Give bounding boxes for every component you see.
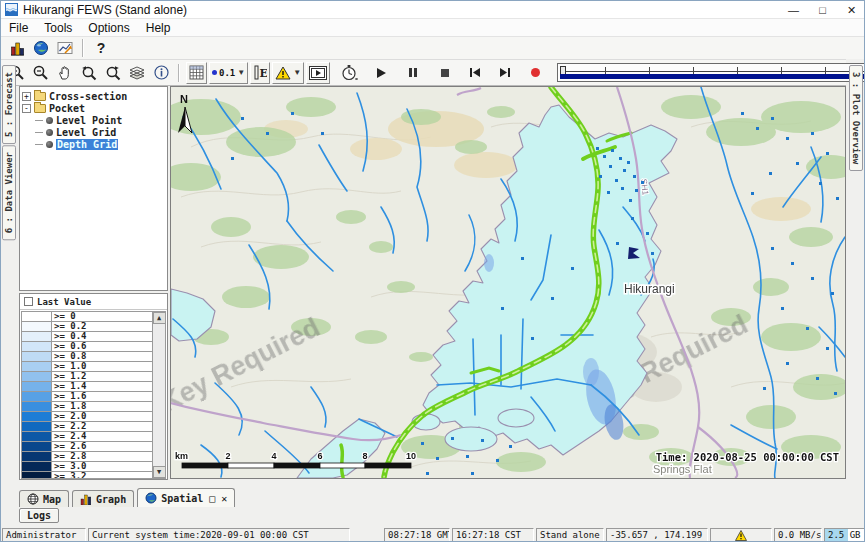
legend-threshold-label: >= 2.4 (52, 432, 89, 441)
legend-color-swatch (22, 362, 52, 371)
threshold-dot-icon (212, 70, 217, 75)
menu-file[interactable]: File (1, 21, 36, 35)
record-icon[interactable] (523, 62, 547, 84)
maximize-button[interactable]: □ (808, 1, 837, 18)
expand-icon[interactable]: + (22, 92, 31, 101)
last-value-label: Last Value (37, 297, 91, 307)
run-to-time-icon[interactable] (337, 62, 361, 84)
tree-item-cross-section[interactable]: + Cross-section (22, 90, 165, 102)
legend-row: >= 1.2 (22, 372, 152, 382)
status-coordinates: -35.657 , 174.199 (606, 528, 708, 542)
animation-icon[interactable] (306, 62, 330, 84)
panel-close-button[interactable]: ✕ (221, 493, 227, 504)
folder-icon (34, 92, 46, 101)
play-icon[interactable] (369, 62, 393, 84)
legend-color-swatch (22, 312, 52, 321)
zoom-next-icon[interactable] (101, 62, 125, 84)
tree-item-depth-grid[interactable]: Depth Grid (22, 138, 165, 150)
app-icon (5, 3, 18, 16)
panel-maximize-button[interactable]: □ (209, 493, 215, 504)
toolbar-separator (82, 39, 84, 57)
tree-item-level-point[interactable]: Level Point (22, 114, 165, 126)
legend-toggle[interactable]: E (250, 62, 270, 84)
minimize-button[interactable]: — (779, 1, 808, 18)
logs-row: Logs (19, 508, 59, 526)
pan-icon[interactable] (53, 62, 77, 84)
zoom-previous-icon[interactable] (77, 62, 101, 84)
menu-options[interactable]: Options (80, 21, 137, 35)
legend-threshold-label: >= 1.0 (52, 362, 89, 371)
road-label: SH1 (639, 178, 651, 196)
warning-icon (735, 530, 747, 541)
status-memory: 2.5 GB (824, 528, 865, 542)
warning-dropdown[interactable]: ▼ (272, 62, 304, 84)
timeseries-icon[interactable] (53, 37, 77, 59)
locality-label: Springs Flat (653, 463, 712, 475)
filter-tree: + Cross-section - Pocket Level Point Lev… (19, 86, 168, 291)
tab-forecast[interactable]: 5 : Forecast (2, 65, 16, 144)
legend-color-swatch (22, 372, 52, 381)
legend-row: >= 0.4 (22, 332, 152, 342)
svg-text:2: 2 (225, 451, 230, 461)
legend-threshold-label: >= 1.4 (52, 382, 89, 391)
tab-plot-overview[interactable]: 3 : Plot Overview (849, 65, 863, 171)
main-toolbar: ? (1, 37, 865, 59)
legend-row: >= 2.2 (22, 422, 152, 432)
svg-text:km: km (175, 451, 188, 461)
map-canvas[interactable]: API Key Required API Key Required (170, 86, 846, 479)
menu-help[interactable]: Help (138, 21, 179, 35)
help-icon[interactable]: ? (89, 37, 113, 59)
legend-row: >= 2.4 (22, 432, 152, 442)
bar-chart-icon (80, 493, 92, 505)
legend-panel: Last Value >= 0 >= 0.2 >= 0.4 (19, 293, 168, 480)
step-forward-icon[interactable] (493, 62, 517, 84)
tree-item-pocket[interactable]: - Pocket (22, 102, 165, 114)
tab-map[interactable]: Map (19, 490, 69, 507)
legend-color-swatch (22, 402, 52, 411)
stop-icon[interactable] (433, 62, 457, 84)
legend-row: >= 2.6 (22, 442, 152, 452)
status-warning-cell[interactable] (710, 528, 772, 542)
tab-graph[interactable]: Graph (72, 490, 134, 507)
menu-bar: File Tools Options Help (1, 19, 865, 37)
time-slider-span-bar (560, 74, 865, 79)
legend-threshold-label: >= 0 (52, 312, 78, 321)
globe-icon (145, 492, 157, 504)
legend-scrollbar[interactable]: ▲ ▼ (152, 312, 165, 478)
legend-row: >= 1.0 (22, 362, 152, 372)
logs-button[interactable]: Logs (19, 508, 59, 523)
legend-color-swatch (22, 342, 52, 351)
tab-data-viewer[interactable]: 6 : Data Viewer (2, 145, 16, 240)
map-time-label: Time: 2020-08-25 00:00:00 CST (656, 451, 839, 463)
scroll-up-icon[interactable]: ▲ (153, 312, 166, 324)
menu-tools[interactable]: Tools (36, 21, 80, 35)
threshold-dropdown[interactable]: 0.1 ▼ (209, 62, 248, 84)
time-slider[interactable] (557, 63, 865, 82)
step-back-icon[interactable] (463, 62, 487, 84)
legend-color-swatch (22, 352, 52, 361)
tab-spatial[interactable]: Spatial □ ✕ (137, 488, 235, 507)
last-value-checkbox[interactable] (24, 297, 33, 306)
layers-icon[interactable] (125, 62, 149, 84)
map-display-icon[interactable] (29, 37, 53, 59)
scroll-down-icon[interactable]: ▼ (153, 466, 166, 478)
legend-row: >= 0.6 (22, 342, 152, 352)
legend-threshold-label: >= 0.4 (52, 332, 89, 341)
data-display-icon[interactable] (5, 37, 29, 59)
legend-row: >= 3.2 (22, 472, 152, 478)
tree-item-level-grid[interactable]: Level Grid (22, 126, 165, 138)
svg-text:4: 4 (271, 451, 276, 461)
grid-icon[interactable] (186, 62, 207, 84)
node-bullet-icon (46, 117, 53, 124)
info-icon[interactable] (149, 62, 173, 84)
collapse-icon[interactable]: - (22, 104, 31, 113)
status-user: Administrator (2, 528, 86, 542)
legend-color-swatch (22, 332, 52, 341)
pause-icon[interactable] (401, 62, 425, 84)
zoom-out-icon[interactable] (29, 62, 53, 84)
legend-row: >= 0.8 (22, 352, 152, 362)
chevron-down-icon: ▼ (237, 68, 245, 77)
legend-threshold-label: >= 0.8 (52, 352, 89, 361)
close-button[interactable]: ✕ (837, 1, 865, 18)
scale-bar-segments (182, 463, 411, 468)
